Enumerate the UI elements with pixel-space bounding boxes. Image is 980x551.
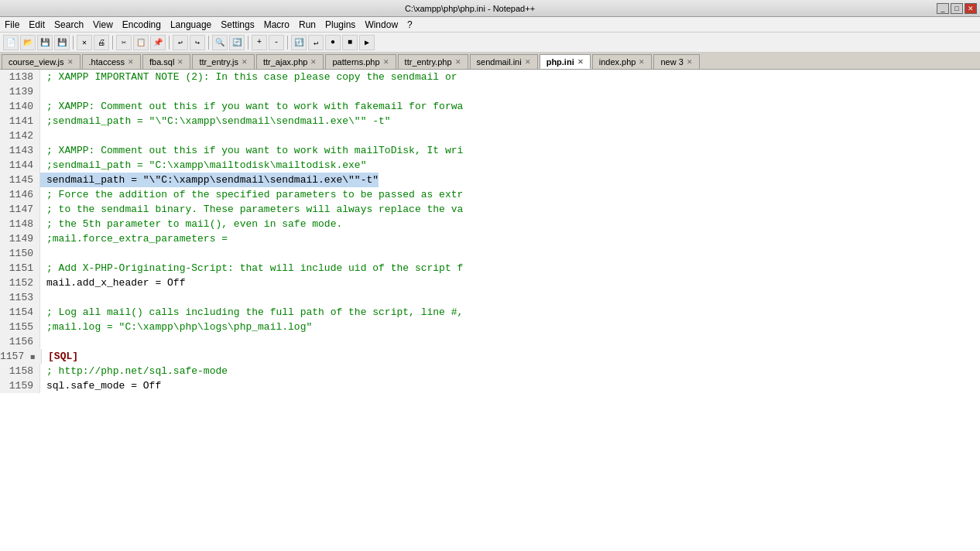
tab-close-icon[interactable]: ✕: [639, 58, 645, 66]
line-number: 1145: [0, 173, 40, 187]
toolbar-wrap[interactable]: ↵: [308, 35, 324, 50]
line-number: 1159: [0, 378, 40, 393]
line-code: ; Add X-PHP-Originating-Script: that wil…: [40, 261, 463, 276]
line-code: ; XAMPP: Comment out this if you want to…: [40, 143, 463, 158]
toolbar-new[interactable]: 📄: [3, 35, 19, 50]
toolbar-sep-5: [248, 36, 248, 50]
toolbar-zoom-out[interactable]: -: [269, 35, 284, 50]
maximize-button[interactable]: □: [951, 3, 963, 14]
toolbar-open[interactable]: 📂: [20, 35, 36, 50]
menu-window[interactable]: Window: [360, 18, 403, 32]
menu-help[interactable]: ?: [403, 18, 417, 32]
table-row: 1152mail.add_x_header = Off: [0, 276, 980, 290]
menu-settings[interactable]: Settings: [216, 18, 259, 32]
tab-label: new 3: [660, 57, 683, 67]
line-code: sendmail_path = "\"C:\xampp\sendmail\sen…: [40, 173, 379, 187]
tab-htaccess[interactable]: .htaccess ✕: [82, 54, 141, 69]
tab-ttr-ajax[interactable]: ttr_ajax.php ✕: [256, 54, 324, 69]
menu-edit[interactable]: Edit: [24, 18, 50, 32]
tab-close-icon[interactable]: ✕: [687, 58, 693, 66]
toolbar-zoom-in[interactable]: +: [252, 35, 267, 50]
tab-ttr-entry-php[interactable]: ttr_entry.php ✕: [398, 54, 468, 69]
toolbar-paste[interactable]: 📌: [150, 35, 166, 50]
toolbar-save[interactable]: 💾: [37, 35, 53, 50]
toolbar-sync[interactable]: 🔃: [291, 35, 307, 50]
line-code: ;mail.log = "C:\xampp\php\logs\php_mail.…: [40, 320, 312, 334]
toolbar-sep-2: [112, 36, 113, 50]
line-number: 1142: [0, 128, 40, 143]
line-code: ; to the sendmail binary. These paramete…: [40, 202, 463, 217]
tab-close-icon[interactable]: ✕: [242, 58, 248, 66]
menu-view[interactable]: View: [88, 18, 118, 32]
code-area[interactable]: 1138; XAMPP IMPORTANT NOTE (2): In this …: [0, 70, 980, 551]
line-number: 1156: [0, 334, 40, 349]
line-number: 1139: [0, 84, 40, 99]
line-code: ; http://php.net/sql.safe-mode: [40, 364, 228, 378]
table-row: 1145sendmail_path = "\"C:\xampp\sendmail…: [0, 173, 980, 187]
line-number: 1148: [0, 217, 40, 231]
menu-search[interactable]: Search: [50, 18, 88, 32]
tab-php-ini[interactable]: php.ini ✕: [540, 54, 591, 69]
editor[interactable]: 1138; XAMPP IMPORTANT NOTE (2): In this …: [0, 70, 980, 551]
title-bar: C:\xampp\php\php.ini - Notepad++ _ □ ✕: [0, 0, 980, 17]
tab-label: sendmail.ini: [477, 57, 522, 67]
menu-file[interactable]: File: [0, 18, 24, 32]
menu-macro[interactable]: Macro: [259, 18, 294, 32]
toolbar-sep-4: [208, 36, 209, 50]
tab-label: ttr_ajax.php: [263, 57, 307, 67]
tab-close-icon[interactable]: ✕: [525, 58, 531, 66]
toolbar-macro-rec[interactable]: ●: [325, 35, 341, 50]
line-number: 1144: [0, 158, 40, 173]
table-row: 1143; XAMPP: Comment out this if you wan…: [0, 143, 980, 158]
toolbar-find[interactable]: 🔍: [212, 35, 228, 50]
menu-encoding[interactable]: Encoding: [118, 18, 166, 32]
line-code: [40, 246, 46, 261]
table-row: 1140; XAMPP: Comment out this if you wan…: [0, 99, 980, 114]
tab-fba-sql[interactable]: fba.sql ✕: [142, 54, 190, 69]
line-number: 1154: [0, 305, 40, 320]
toolbar-close[interactable]: ✕: [77, 35, 92, 50]
line-code: [40, 84, 46, 99]
toolbar-replace[interactable]: 🔄: [229, 35, 245, 50]
line-code: [40, 128, 46, 143]
tab-close-icon[interactable]: ✕: [310, 58, 317, 66]
tab-ttr-entry-js[interactable]: ttr_entry.js ✕: [192, 54, 255, 69]
tab-close-icon[interactable]: ✕: [177, 58, 183, 66]
line-code: ;mail.force_extra_parameters =: [40, 231, 228, 246]
title-buttons[interactable]: _ □ ✕: [937, 3, 977, 14]
table-row: 1150: [0, 246, 980, 261]
toolbar-print[interactable]: 🖨: [94, 35, 109, 50]
table-row: 1153: [0, 290, 980, 305]
tab-new3[interactable]: new 3 ✕: [653, 54, 699, 69]
tab-patterns[interactable]: patterns.php ✕: [325, 54, 396, 69]
line-code: ; Force the addition of the specified pa…: [40, 187, 463, 202]
line-number: 1150: [0, 246, 40, 261]
menu-run[interactable]: Run: [294, 18, 320, 32]
line-code: [40, 334, 46, 349]
tab-close-icon[interactable]: ✕: [455, 58, 461, 66]
toolbar-macro-play[interactable]: ▶: [359, 35, 375, 50]
toolbar-cut[interactable]: ✂: [116, 35, 132, 50]
minimize-button[interactable]: _: [937, 3, 949, 14]
tab-close-icon[interactable]: ✕: [577, 58, 584, 66]
line-number: 1143: [0, 143, 40, 158]
toolbar-save-all[interactable]: 💾: [54, 35, 70, 50]
toolbar-macro-stop[interactable]: ■: [342, 35, 358, 50]
tab-close-icon[interactable]: ✕: [67, 58, 74, 66]
line-number: 1140: [0, 99, 40, 114]
tab-course-view[interactable]: course_view.js ✕: [2, 54, 81, 69]
toolbar-redo[interactable]: ↪: [190, 35, 205, 50]
menu-language[interactable]: Language: [166, 18, 216, 32]
line-number: 1147: [0, 202, 40, 217]
tab-sendmail-ini[interactable]: sendmail.ini ✕: [470, 54, 538, 69]
menu-plugins[interactable]: Plugins: [320, 18, 360, 32]
line-code: [SQL]: [42, 349, 78, 364]
line-number: 1138: [0, 70, 40, 84]
toolbar-sep-1: [73, 36, 74, 50]
close-button[interactable]: ✕: [965, 3, 977, 14]
tab-index-php[interactable]: index.php ✕: [592, 54, 653, 69]
tab-close-icon[interactable]: ✕: [383, 58, 389, 66]
tab-close-icon[interactable]: ✕: [128, 58, 134, 66]
toolbar-copy[interactable]: 📋: [133, 35, 149, 50]
toolbar-undo[interactable]: ↩: [173, 35, 188, 50]
